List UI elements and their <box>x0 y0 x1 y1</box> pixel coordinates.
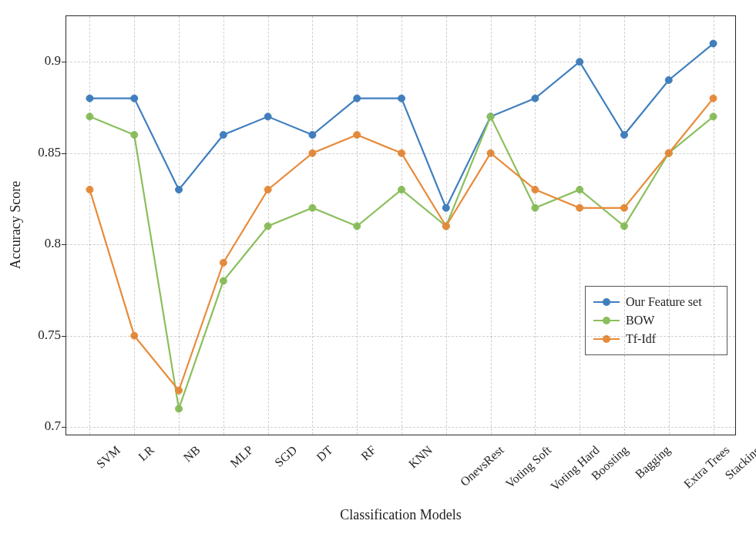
y-tick-label: 0.75 <box>7 327 61 343</box>
chart-lines-svg <box>66 16 735 435</box>
gridline-horizontal <box>66 427 735 428</box>
x-tick-label: DT <box>314 443 336 465</box>
legend-swatch <box>593 296 620 308</box>
gridline-vertical <box>223 16 224 435</box>
gridline-vertical <box>669 16 670 435</box>
gridline-vertical <box>580 16 580 435</box>
y-tick-mark <box>62 244 66 245</box>
x-tick-label: RF <box>358 443 379 463</box>
gridline-vertical <box>312 16 313 435</box>
legend-label: Our Feature set <box>626 295 702 309</box>
gridline-vertical <box>89 16 90 435</box>
gridline-horizontal <box>66 62 735 62</box>
x-tick-label: SVM <box>94 443 123 472</box>
legend-label: BOW <box>626 314 654 327</box>
gridline-horizontal <box>66 153 735 154</box>
chart-container: Our Feature setBOWTf-Idf Accuracy Score … <box>0 0 756 534</box>
y-axis-title: Accuracy Score <box>8 181 24 269</box>
y-tick-label: 0.9 <box>7 53 61 69</box>
y-tick-mark <box>62 336 66 337</box>
legend-label: Tf-Idf <box>626 332 656 346</box>
legend-swatch <box>593 314 620 327</box>
y-tick-label: 0.7 <box>7 418 61 434</box>
gridline-vertical <box>535 16 536 435</box>
gridline-vertical <box>491 16 492 435</box>
legend-item: Our Feature set <box>593 293 719 311</box>
gridline-vertical <box>179 16 180 435</box>
y-tick-label: 0.8 <box>7 236 61 251</box>
x-tick-label: Voting Soft <box>502 443 553 491</box>
y-tick-label: 0.85 <box>7 145 61 160</box>
y-tick-mark <box>62 62 66 62</box>
y-tick-mark <box>62 427 66 428</box>
legend: Our Feature setBOWTf-Idf <box>585 286 727 355</box>
y-tick-mark <box>62 153 66 154</box>
legend-item: BOW <box>593 311 719 330</box>
plot-area: Our Feature setBOWTf-Idf <box>66 15 736 435</box>
gridline-horizontal <box>66 244 735 245</box>
legend-item: Tf-Idf <box>593 330 719 348</box>
legend-swatch <box>593 333 620 345</box>
gridline-vertical <box>714 16 714 435</box>
gridline-vertical <box>134 16 135 435</box>
gridline-vertical <box>402 16 402 435</box>
gridline-vertical <box>446 16 447 435</box>
gridline-horizontal <box>66 336 735 337</box>
x-tick-label: KNN <box>406 443 435 472</box>
x-tick-label: Bagging <box>633 443 673 482</box>
x-tick-label: MLP <box>227 443 255 470</box>
gridline-vertical <box>268 16 269 435</box>
x-tick-label: Extra Trees <box>681 443 733 491</box>
gridline-vertical <box>357 16 358 435</box>
x-tick-label: OnevsRest <box>458 443 507 489</box>
x-axis-title: Classification Models <box>340 507 461 523</box>
gridline-vertical <box>624 16 625 435</box>
x-tick-label: SGD <box>272 443 300 470</box>
x-tick-label: LR <box>136 443 156 464</box>
x-tick-label: NB <box>181 443 203 465</box>
